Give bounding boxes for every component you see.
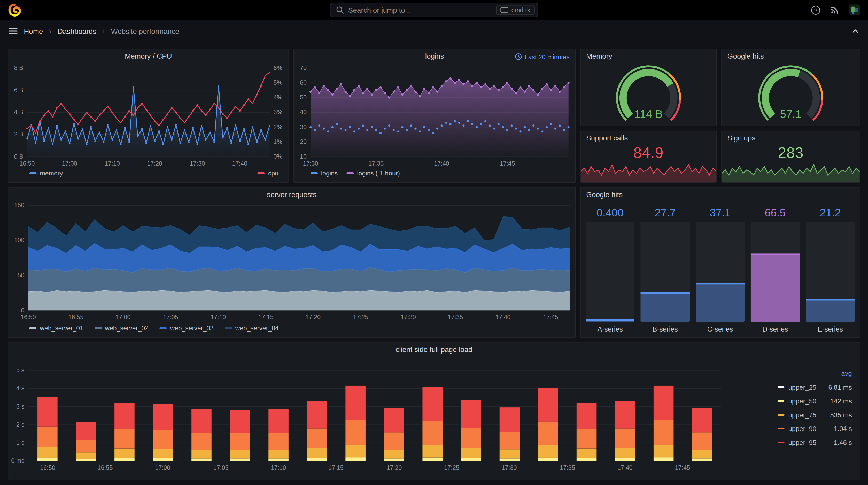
bar-gauge-value: 0.400	[586, 204, 634, 222]
panel-memory-gauge: Memory 114 B	[580, 49, 717, 126]
svg-text:17:30: 17:30	[303, 160, 318, 167]
svg-text:?: ?	[814, 7, 817, 13]
svg-text:17:10: 17:10	[271, 464, 286, 471]
breadcrumb-dashboards[interactable]: Dashboards	[58, 27, 96, 35]
bar-gauge-label: B-series	[641, 322, 689, 335]
svg-text:17:10: 17:10	[211, 314, 226, 321]
svg-text:17:40: 17:40	[434, 160, 449, 167]
topbar-actions: ?	[811, 4, 860, 15]
svg-text:17:45: 17:45	[500, 160, 515, 167]
svg-text:114 B: 114 B	[634, 108, 663, 120]
time-override-label: Last 20 minutes	[525, 54, 570, 60]
svg-text:17:00: 17:00	[62, 160, 77, 167]
bar-gauge-value: 21.2	[806, 204, 855, 222]
rss-icon[interactable]	[830, 5, 839, 14]
shortcut-badge: cmd+k	[496, 5, 535, 15]
stat-value: 283	[722, 144, 860, 161]
svg-text:5 s: 5 s	[16, 367, 24, 374]
legend-item[interactable]: web_server_02	[95, 325, 149, 332]
google-hits-bar-gauge: 0.400A-series27.7B-series37.1C-series66.…	[586, 204, 855, 335]
page-load-chart[interactable]: 0 ms1 s2 s3 s4 s5 s16:5016:5517:0017:051…	[8, 357, 860, 476]
svg-text:17:25: 17:25	[353, 314, 368, 321]
chevron-up-icon[interactable]	[851, 27, 859, 35]
legend-item[interactable]: web_server_03	[160, 325, 214, 332]
legend-marker	[347, 172, 354, 174]
keyboard-icon	[500, 7, 508, 13]
panel-google-hits-bars: Google hits 0.400A-series27.7B-series37.…	[580, 187, 860, 337]
bar-gauge-label: C-series	[696, 322, 745, 335]
panel-title[interactable]: Memory	[586, 52, 612, 60]
bar-gauge-bar	[751, 222, 800, 322]
legend-header[interactable]: avg	[778, 367, 852, 380]
legend-marker	[778, 400, 784, 402]
breadcrumb-home[interactable]: Home	[24, 27, 43, 35]
panel-logins: logins Last 20 minutes 1020304050607017:…	[293, 49, 576, 183]
legend-item[interactable]: logins	[311, 170, 338, 176]
legend-marker	[778, 441, 784, 444]
svg-text:17:10: 17:10	[104, 160, 120, 167]
grafana-logo[interactable]	[8, 3, 22, 17]
bar-gauge-bar	[696, 222, 745, 322]
svg-text:17:45: 17:45	[675, 464, 690, 471]
legend-item[interactable]: upper_951.46 s	[778, 435, 852, 449]
panel-title[interactable]: Google hits	[727, 52, 764, 60]
memory-cpu-chart[interactable]: 0 B2 B4 B6 B8 B0%1%2%3%4%5%6%16:5017:001…	[8, 64, 288, 169]
legend-item[interactable]: upper_256.81 ms	[778, 380, 852, 394]
svg-text:0 ms: 0 ms	[11, 458, 24, 464]
breadcrumb-bar: Home › Dashboards › Website performance	[0, 20, 868, 42]
memory-cpu-legend: memorycpu	[8, 170, 288, 176]
stat-value: 84.9	[581, 144, 716, 161]
svg-text:16:55: 16:55	[98, 464, 113, 471]
panel-title[interactable]: Support calls	[586, 134, 628, 142]
panel-title[interactable]: server requests	[8, 190, 575, 199]
svg-text:16:50: 16:50	[20, 160, 35, 167]
svg-text:70: 70	[300, 65, 307, 71]
bar-gauge-value: 66.5	[751, 204, 800, 222]
svg-text:4 s: 4 s	[16, 385, 24, 391]
shortcut-label: cmd+k	[512, 7, 530, 13]
legend-item[interactable]: memory	[29, 170, 63, 176]
panel-google-hits-gauge: Google hits 57.1	[721, 49, 860, 126]
legend-marker	[29, 327, 37, 329]
clock-icon	[515, 53, 522, 60]
panel-title[interactable]: Memory / CPU	[8, 52, 288, 60]
panel-page-load: client side full page load 0 ms1 s2 s3 s…	[8, 342, 860, 480]
svg-text:17:30: 17:30	[190, 160, 205, 167]
legend-item[interactable]: web_server_01	[29, 325, 84, 332]
breadcrumb-separator: ›	[102, 27, 105, 35]
legend-marker	[311, 172, 318, 174]
svg-text:17:45: 17:45	[543, 314, 558, 321]
legend-item[interactable]: cpu	[257, 170, 278, 176]
svg-text:3%: 3%	[274, 109, 282, 116]
svg-text:100: 100	[14, 237, 24, 244]
bar-gauge-bar	[641, 222, 689, 322]
time-range-override[interactable]: Last 20 minutes	[515, 53, 570, 60]
search-input[interactable]: Search or jump to... cmd+k	[330, 3, 538, 17]
legend-item[interactable]: web_server_04	[225, 325, 279, 332]
logins-chart[interactable]: 1020304050607017:3017:3517:4017:45	[294, 64, 575, 169]
top-bar: Search or jump to... cmd+k ?	[0, 0, 868, 20]
user-avatar[interactable]	[849, 4, 860, 15]
bar-gauge-item: 21.2E-series	[806, 204, 855, 335]
panel-title[interactable]: client side full page load	[8, 345, 860, 354]
menu-toggle-icon[interactable]	[9, 27, 18, 35]
svg-text:1%: 1%	[274, 138, 282, 145]
legend-item[interactable]: upper_50142 ms	[778, 394, 852, 408]
legend-item[interactable]: upper_75535 ms	[778, 408, 852, 422]
legend-item[interactable]: logins (-1 hour)	[347, 170, 400, 176]
svg-text:17:15: 17:15	[258, 314, 274, 321]
svg-text:16:55: 16:55	[68, 314, 84, 321]
svg-text:6 B: 6 B	[14, 87, 23, 94]
legend-item[interactable]: upper_901.04 s	[778, 422, 852, 436]
panel-title[interactable]: Sign ups	[727, 134, 755, 142]
bar-gauge-item: 0.400A-series	[586, 204, 634, 335]
svg-text:2 B: 2 B	[14, 131, 23, 138]
bar-gauge-bar	[806, 222, 855, 322]
help-icon[interactable]: ?	[811, 5, 820, 14]
legend-marker	[95, 327, 102, 329]
bar-gauge-value: 27.7	[641, 204, 689, 222]
server-requests-chart[interactable]: 05010015016:5016:5517:0017:0517:1017:151…	[8, 201, 575, 324]
panel-title[interactable]: Google hits	[586, 190, 623, 199]
svg-text:40: 40	[300, 109, 307, 116]
svg-text:0: 0	[21, 307, 24, 314]
